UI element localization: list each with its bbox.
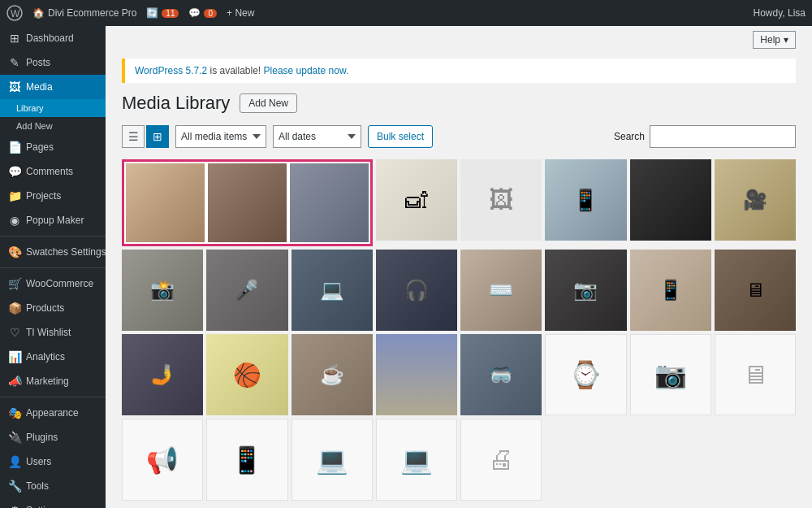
site-name[interactable]: 🏠 Divi Ecommerce Pro	[32, 7, 136, 19]
camera-icon: 📷	[654, 359, 687, 390]
media-item-dark-phone[interactable]	[630, 159, 711, 241]
page-header: Media Library Add New	[122, 93, 796, 114]
update-notice-link[interactable]: WordPress 5.7.2	[135, 65, 207, 76]
megaphone-icon: 📢	[146, 445, 179, 475]
media-item-camera1[interactable]: 📸	[122, 250, 203, 331]
laptop-icon-1: 💻	[316, 445, 348, 475]
mobile-icon: 📱	[231, 445, 263, 475]
analytics-icon: 📊	[8, 350, 21, 363]
media-type-filter[interactable]: All media items Images Audio Video Docum…	[175, 125, 266, 148]
wpbody-top: Help ▾	[106, 26, 812, 49]
menu-separator-3	[0, 397, 106, 397]
watch-icon: ⌚	[569, 359, 602, 390]
laptop-icon-2: 💻	[400, 445, 433, 475]
media-item-mic[interactable]: 🎤	[206, 250, 287, 331]
sidebar-item-settings[interactable]: ⚙ Settings	[0, 498, 106, 508]
admin-bar: W 🏠 Divi Ecommerce Pro 🔄 11 💬 0 + New Ho…	[0, 0, 812, 26]
pages-icon: 📄	[8, 141, 21, 154]
updates-item[interactable]: 🔄 11	[146, 7, 179, 19]
sidebar-item-projects[interactable]: 📁 Projects	[0, 184, 106, 208]
update-now-link[interactable]: Please update now.	[264, 65, 349, 76]
tools-icon: 🔧	[8, 480, 21, 493]
media-item-dslr[interactable]: 📷	[545, 250, 626, 331]
sidebar-item-comments[interactable]: 💬 Comments	[0, 159, 106, 184]
media-item-selected-2[interactable]	[208, 163, 287, 242]
media-item-coffee[interactable]: ☕	[292, 334, 373, 415]
sidebar-item-marketing[interactable]: 📣 Marketing	[0, 369, 106, 393]
sidebar-item-plugins[interactable]: 🔌 Plugins	[0, 425, 106, 449]
media-item-laptop1[interactable]: 💻	[292, 250, 373, 331]
media-item-hand-phone[interactable]: 🤳	[122, 334, 203, 415]
media-item-keyboard[interactable]: ⌨️	[460, 250, 542, 331]
media-item-phone2[interactable]: 📱	[630, 250, 711, 331]
media-item-icon-extra[interactable]: 🖨	[460, 419, 542, 500]
new-item[interactable]: + New	[227, 7, 254, 19]
appearance-icon: 🎭	[8, 406, 21, 419]
sidebar-item-swatches-settings[interactable]: 🎨 Swatches Settings	[0, 240, 106, 264]
media-item-filming[interactable]: 🎥	[715, 159, 796, 241]
updates-badge: 11	[162, 9, 179, 18]
media-item-icon-laptop1[interactable]: 💻	[292, 419, 373, 500]
sidebar-item-woocommerce[interactable]: 🛒 WooCommerce	[0, 271, 106, 296]
view-switch: ☰ ⊞	[122, 125, 169, 148]
sidebar-item-tools[interactable]: 🔧 Tools	[0, 474, 106, 498]
plugins-icon: 🔌	[8, 431, 21, 444]
media-item-basketball[interactable]: 🏀	[206, 334, 287, 415]
media-item-selected-1[interactable]	[126, 163, 205, 242]
sidebar-item-library[interactable]: Library	[0, 99, 106, 117]
svg-text:W: W	[11, 8, 20, 20]
media-item-headphones[interactable]: 🎧	[376, 250, 457, 331]
sidebar-item-dashboard[interactable]: ⊞ Dashboard	[0, 26, 106, 50]
sidebar-item-analytics[interactable]: 📊 Analytics	[0, 345, 106, 369]
media-item-vr[interactable]: 🥽	[460, 334, 542, 415]
sidebar-item-users[interactable]: 👤 Users	[0, 449, 106, 474]
menu-separator-2	[0, 267, 106, 268]
media-item-sunset[interactable]	[376, 334, 457, 415]
page-title: Media Library	[122, 93, 230, 114]
date-filter[interactable]: All dates January 2021 February 2021	[273, 125, 361, 148]
media-item-phone1[interactable]: 📱	[545, 159, 626, 241]
sidebar-item-posts[interactable]: ✎ Posts	[0, 50, 106, 75]
sidebar-item-media[interactable]: 🖼 Media	[0, 75, 106, 99]
admin-sidebar: ⊞ Dashboard ✎ Posts 🖼 Media Library Add …	[0, 26, 106, 508]
add-new-button[interactable]: Add New	[240, 93, 297, 113]
projects-icon: 📁	[8, 189, 21, 202]
update-notice: WordPress 5.7.2 is available! Please upd…	[122, 59, 796, 83]
media-grid: 🛋 📱 🎥 📸 🎤 💻 🎧 ⌨️ 📷 📱 🖥 🤳	[122, 159, 796, 501]
comments-icon: 💬	[8, 165, 21, 178]
extra-icon: 🖨	[488, 445, 514, 475]
media-item-workspace[interactable]: 🖥	[715, 250, 796, 331]
dashboard-icon: ⊞	[8, 32, 21, 45]
search-input[interactable]	[650, 125, 796, 148]
media-item-icon-megaphone[interactable]: 📢	[122, 419, 203, 500]
comments-badge: 0	[204, 9, 217, 18]
sidebar-item-popup-maker[interactable]: ◉ Popup Maker	[0, 208, 106, 232]
comments-item[interactable]: 💬 0	[188, 7, 217, 19]
media-item-sofa[interactable]: 🛋	[376, 159, 457, 241]
help-button[interactable]: Help ▾	[753, 31, 796, 49]
media-item-icon-watch[interactable]: ⌚	[545, 334, 626, 415]
sidebar-item-appearance[interactable]: 🎭 Appearance	[0, 401, 106, 425]
bulk-select-button[interactable]: Bulk select	[368, 125, 433, 148]
media-item-icon-camera[interactable]: 📷	[630, 334, 711, 415]
media-item-icon-mobile[interactable]: 📱	[206, 419, 287, 500]
media-item-selected-3[interactable]	[290, 163, 369, 242]
wp-logo[interactable]: W	[6, 5, 23, 21]
sidebar-item-add-new[interactable]: Add New	[0, 117, 106, 135]
media-item-icon-monitor[interactable]: 🖥	[715, 334, 796, 415]
menu-separator-1	[0, 236, 106, 237]
popup-icon: ◉	[8, 214, 21, 227]
sidebar-item-ti-wishlist[interactable]: ♡ TI Wishlist	[0, 320, 106, 345]
media-item-placeholder[interactable]	[460, 159, 542, 241]
woo-icon: 🛒	[8, 277, 21, 290]
list-view-button[interactable]: ☰	[122, 125, 145, 148]
grid-view-button[interactable]: ⊞	[146, 125, 169, 148]
posts-icon: ✎	[8, 56, 21, 69]
settings-icon: ⚙	[8, 504, 21, 508]
sidebar-item-pages[interactable]: 📄 Pages	[0, 135, 106, 159]
howdy-item: Howdy, Lisa	[754, 7, 806, 19]
media-icon: 🖼	[8, 80, 21, 93]
media-item-icon-laptop2[interactable]: 💻	[376, 419, 457, 500]
sidebar-item-products[interactable]: 📦 Products	[0, 296, 106, 320]
marketing-icon: 📣	[8, 375, 21, 388]
